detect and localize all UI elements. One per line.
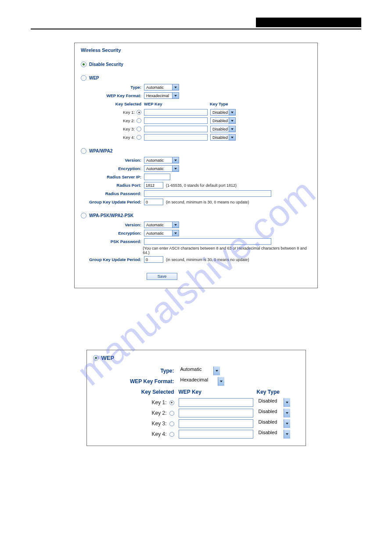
option-wpa[interactable]: WPA/WPA2 (81, 148, 311, 154)
wep-key-input[interactable] (144, 117, 208, 124)
wpapsk-version-label: Version: (81, 222, 144, 227)
wep-closeup-panel: WEP Type: Automatic WEP Key Format: Hexa… (86, 350, 306, 446)
key-selected-header: Key Selected (81, 102, 144, 106)
option-wep[interactable]: WEP (93, 355, 299, 361)
wep-type-select[interactable]: Automatic (179, 366, 220, 375)
key-radio[interactable] (169, 400, 174, 405)
select-value: Disabled (259, 409, 277, 414)
key-label: Key 2: (151, 410, 166, 416)
key-radio[interactable] (137, 127, 141, 131)
select-value: Automatic (146, 223, 164, 227)
radius-ip-input[interactable] (144, 174, 170, 180)
radius-pwd-input[interactable] (144, 190, 271, 197)
wpa-encryption-label: Encryption: (81, 166, 144, 171)
wep-type-label: Type: (93, 368, 179, 374)
chevron-down-icon (172, 222, 179, 228)
option-label: Disable Security (89, 62, 123, 67)
chevron-down-icon (218, 377, 224, 386)
wep-key-input[interactable] (144, 134, 208, 141)
wpa-groupkey-input[interactable] (144, 199, 163, 205)
radius-port-hint: (1-65535, 0 stands for default port 1812… (166, 183, 237, 188)
chevron-down-icon (284, 398, 290, 407)
chevron-down-icon (229, 109, 235, 115)
key-radio[interactable] (137, 118, 141, 123)
wep-format-label: WEP Key Format: (93, 378, 179, 385)
key-radio[interactable] (137, 135, 141, 140)
wep-key-input[interactable] (179, 430, 253, 439)
chevron-down-icon (172, 230, 179, 236)
wep-format-select[interactable]: Hexadecimal (144, 92, 179, 99)
key-label: Key 3: (123, 127, 135, 131)
wpa-encryption-select[interactable]: Automatic (144, 165, 179, 172)
wpapsk-encryption-select[interactable]: Automatic (144, 230, 179, 236)
wep-format-label: WEP Key Format: (81, 93, 144, 98)
select-value: Automatic (146, 85, 164, 90)
wpapsk-groupkey-input[interactable] (144, 256, 163, 263)
key-label: Key 1: (151, 399, 166, 406)
key-radio[interactable] (169, 432, 174, 437)
select-value: Disabled (259, 430, 277, 435)
key-radio[interactable] (137, 110, 141, 115)
wep-type-select[interactable]: Automatic (144, 84, 179, 91)
key-type-select[interactable]: Disabled (210, 126, 236, 132)
option-disable-security[interactable]: Disable Security (81, 62, 311, 67)
panel-title: Wireless Security (81, 47, 311, 53)
wep-key-row: Key 3: Disabled (93, 419, 299, 428)
header-black-box (256, 18, 361, 27)
radius-port-input[interactable] (144, 182, 163, 189)
chevron-down-icon (213, 366, 220, 375)
key-type-header: Key Type (210, 102, 228, 106)
chevron-down-icon (284, 409, 290, 417)
option-label: WPA-PSK/WPA2-PSK (89, 213, 133, 218)
radio-icon (81, 75, 86, 81)
key-type-select[interactable]: Disabled (257, 419, 290, 428)
radio-icon (81, 213, 86, 218)
select-value: Hexadecimal (180, 377, 209, 382)
select-value: Automatic (146, 158, 164, 163)
chevron-down-icon (284, 419, 290, 428)
psk-pwd-input[interactable] (144, 238, 271, 245)
wep-type-label: Type: (81, 85, 144, 90)
wpa-groupkey-label: Group Key Update Period: (81, 200, 144, 204)
key-radio[interactable] (169, 421, 174, 426)
key-type-select[interactable]: Disabled (210, 117, 236, 124)
option-label: WPA/WPA2 (89, 149, 113, 153)
wep-key-row: Key 4: Disabled (93, 430, 299, 439)
option-label: WEP (101, 355, 115, 361)
key-type-select[interactable]: Disabled (257, 398, 290, 407)
chevron-down-icon (172, 166, 179, 171)
key-radio[interactable] (169, 411, 174, 416)
option-wpapsk[interactable]: WPA-PSK/WPA2-PSK (81, 213, 311, 218)
wpa-version-label: Version: (81, 158, 144, 163)
chevron-down-icon (229, 134, 235, 140)
wep-key-row: Key 1: Disabled (93, 398, 299, 407)
wpa-groupkey-hint: (in second, minimum is 30, 0 means no up… (166, 200, 249, 204)
wep-key-input[interactable] (179, 419, 253, 428)
key-type-select[interactable]: Disabled (257, 409, 290, 417)
key-type-header: Key Type (257, 389, 280, 395)
key-type-select[interactable]: Disabled (210, 134, 236, 141)
wep-key-input[interactable] (144, 109, 208, 116)
wep-format-select[interactable]: Hexadecimal (179, 377, 224, 386)
select-value: Disabled (212, 127, 228, 131)
radius-pwd-label: Radius Password: (81, 191, 144, 196)
option-wep[interactable]: WEP (81, 75, 311, 81)
psk-hint: (You can enter ASCII characters between … (143, 246, 311, 255)
radio-icon (81, 62, 86, 67)
select-value: Disabled (259, 419, 277, 424)
save-button[interactable]: Save (147, 273, 177, 280)
wep-key-row: Key 2: Disabled (93, 409, 299, 417)
wep-key-input[interactable] (179, 409, 253, 417)
chevron-down-icon (172, 84, 179, 90)
psk-pwd-label: PSK Password: (81, 239, 144, 244)
wep-key-input[interactable] (144, 126, 208, 132)
key-type-select[interactable]: Disabled (210, 109, 236, 116)
wpa-version-select[interactable]: Automatic (144, 157, 179, 163)
key-type-select[interactable]: Disabled (257, 430, 290, 439)
wep-key-row: Key 3: Disabled (81, 125, 311, 133)
wpapsk-version-select[interactable]: Automatic (144, 221, 179, 228)
wep-key-input[interactable] (179, 398, 253, 407)
wep-key-row: Key 4: Disabled (81, 134, 311, 141)
chevron-down-icon (172, 93, 179, 98)
wep-key-row: Key 1: Disabled (81, 109, 311, 116)
